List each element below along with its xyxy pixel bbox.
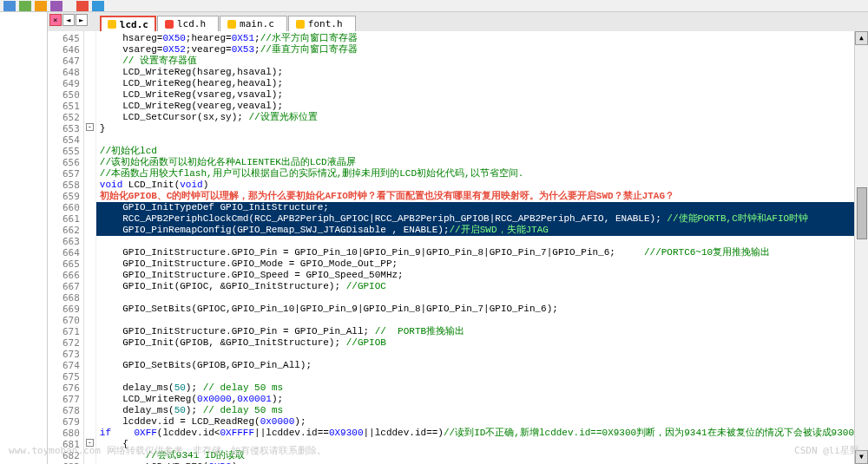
watermark-left: www.toymoban.com 网络转载仅供参考，非存储，如有侵权请联系删除。 [9, 444, 326, 457]
code-line[interactable]: void LCD_Init(void) [96, 180, 854, 191]
code-line[interactable]: 初始化GPIOB、C的时钟可以理解，那为什么要初始化AFIO时钟？看下面配置也没… [96, 191, 854, 202]
code-line[interactable]: //该初始化函数可以初始化各种ALIENTEK出品的LCD液晶屏 [96, 157, 854, 168]
toolbar-icon[interactable] [3, 1, 16, 11]
scroll-up-btn[interactable]: ▲ [855, 31, 868, 45]
file-icon [296, 20, 305, 29]
code-line[interactable]: GPIO_InitStructure.GPIO_Speed = GPIO_Spe… [96, 270, 854, 281]
code-line[interactable]: LCD_WriteReg(hsareg,hsaval); [96, 67, 854, 78]
code-line[interactable]: //初始化lcd [96, 146, 854, 157]
line-number: 651 [48, 101, 80, 112]
tab-next-btn[interactable]: ► [76, 14, 88, 26]
fold-column: - - [84, 31, 96, 464]
line-number: 665 [48, 258, 80, 270]
toolbar-icon[interactable] [35, 1, 47, 11]
line-number: 659 [48, 191, 80, 202]
code-line[interactable]: } [96, 123, 854, 134]
toolbar-icon[interactable] [50, 1, 62, 11]
line-number: 678 [48, 405, 80, 416]
code-line[interactable]: RCC_APB2PeriphClockCmd(RCC_APB2Periph_GP… [96, 213, 854, 225]
code-line[interactable]: lcddev.id = LCD_ReadReg(0x0000); [96, 416, 854, 428]
code-line[interactable]: GPIO_Init(GPIOC, &GPIO_InitStructure); /… [96, 281, 854, 292]
line-number: 667 [48, 281, 80, 292]
watermark-right: CSDN @li星野 [794, 444, 859, 457]
line-number: 649 [48, 78, 80, 89]
code-line[interactable]: GPIO_SetBits(GPIOC,GPIO_Pin_10|GPIO_Pin_… [96, 304, 854, 315]
tab-prev-btn[interactable]: ◄ [62, 14, 75, 26]
file-icon [227, 20, 236, 29]
code-line[interactable]: GPIO_InitTypeDef GPIO_InitStructure; [96, 202, 854, 213]
line-number: 668 [48, 292, 80, 304]
code-line[interactable]: delay_ms(50); // delay 50 ms [96, 405, 854, 416]
file-icon [108, 20, 116, 29]
code-line[interactable]: GPIO_PinRemapConfig(GPIO_Remap_SWJ_JTAGD… [96, 225, 854, 236]
toolbar-icon[interactable] [92, 1, 104, 11]
code-line[interactable]: LCD_WriteReg(veareg,veaval); [96, 101, 854, 112]
code-line[interactable]: LCD_WriteReg(vsareg,vsaval); [96, 89, 854, 101]
tab-label: lcd.c [120, 19, 148, 30]
code-line[interactable]: LCD_SetCursor(sx,sy); //设置光标位置 [96, 112, 854, 123]
code-line[interactable]: // 设置寄存器值 [96, 56, 854, 67]
line-gutter: 6456466476486496506516526536546556566576… [48, 31, 84, 464]
line-number: 661 [48, 213, 80, 225]
tab-main-c[interactable]: main.c [220, 16, 287, 31]
fold-toggle[interactable]: - [86, 123, 94, 131]
code-editor[interactable]: hsareg=0X50;heareg=0X51;//水平方向窗口寄存器 vsar… [96, 31, 854, 464]
code-line[interactable] [96, 236, 854, 247]
line-number: 647 [48, 56, 80, 67]
main-area: × ◄ ► lcd.clcd.hmain.cfont.h 64564664764… [0, 12, 868, 464]
vertical-scrollbar[interactable]: ▲ ▼ [854, 31, 868, 464]
code-line[interactable] [96, 292, 854, 304]
line-number: 650 [48, 89, 80, 101]
line-number: 676 [48, 382, 80, 394]
line-number: 664 [48, 247, 80, 258]
line-number: 673 [48, 349, 80, 360]
tab-bar: × ◄ ► lcd.clcd.hmain.cfont.h [48, 12, 868, 31]
line-number: 646 [48, 44, 80, 56]
code-line[interactable]: vsareg=0X52;veareg=0X53;//垂直方向窗口寄存器 [96, 44, 854, 56]
tab-label: font.h [308, 18, 343, 29]
code-line[interactable] [96, 134, 854, 146]
project-panel[interactable] [0, 12, 48, 464]
scroll-thumb[interactable] [857, 187, 867, 239]
tab-font-h[interactable]: font.h [288, 16, 356, 31]
main-toolbar [0, 0, 868, 12]
code-line[interactable]: delay_ms(50); // delay 50 ms [96, 382, 854, 394]
code-line[interactable]: //本函数占用较大flash,用户可以根据自己的实际情况,删掉未用到的LCD初始… [96, 168, 854, 180]
line-number: 662 [48, 225, 80, 236]
editor-area: × ◄ ► lcd.clcd.hmain.cfont.h 64564664764… [48, 12, 868, 464]
code-area: 6456466476486496506516526536546556566576… [48, 31, 868, 464]
line-number: 660 [48, 202, 80, 213]
line-number: 645 [48, 33, 80, 44]
code-line[interactable]: GPIO_InitStructure.GPIO_Pin = GPIO_Pin_1… [96, 247, 854, 258]
line-number: 670 [48, 315, 80, 326]
code-line[interactable]: LCD_WriteReg(0x0000,0x0001); [96, 394, 854, 405]
line-number: 679 [48, 416, 80, 428]
code-line[interactable]: if 0XFF(lcddev.id<0XFFFF||lcddev.id==0X9… [96, 428, 854, 439]
tab-label: lcd.h [177, 18, 206, 29]
code-line[interactable] [96, 315, 854, 326]
file-icon [165, 20, 174, 29]
line-number: 653 [48, 123, 80, 134]
line-number: 657 [48, 168, 80, 180]
code-line[interactable] [96, 371, 854, 382]
code-line[interactable]: hsareg=0X50;heareg=0X51;//水平方向窗口寄存器 [96, 33, 854, 44]
tab-lcd-h[interactable]: lcd.h [157, 16, 219, 31]
code-line[interactable]: GPIO_Init(GPIOB, &GPIO_InitStructure); /… [96, 337, 854, 349]
code-line[interactable]: LCD_WriteReg(heareg,heaval); [96, 78, 854, 89]
code-line[interactable] [96, 349, 854, 360]
toolbar-icon[interactable] [19, 1, 31, 11]
line-number: 654 [48, 134, 80, 146]
code-line[interactable]: GPIO_InitStructure.GPIO_Mode = GPIO_Mode… [96, 258, 854, 270]
line-number: 663 [48, 236, 80, 247]
tab-close-btn[interactable]: × [49, 14, 62, 26]
tab-lcd-c[interactable]: lcd.c [100, 16, 156, 31]
toolbar-icon[interactable] [76, 1, 89, 11]
line-number: 655 [48, 146, 80, 157]
code-line[interactable]: GPIO_InitStructure.GPIO_Pin = GPIO_Pin_A… [96, 326, 854, 337]
code-line[interactable]: GPIO_SetBits(GPIOB,GPIO_Pin_All); [96, 360, 854, 371]
line-number: 674 [48, 360, 80, 371]
line-number: 652 [48, 112, 80, 123]
line-number: 658 [48, 180, 80, 191]
line-number: 666 [48, 270, 80, 281]
line-number: 648 [48, 67, 80, 78]
